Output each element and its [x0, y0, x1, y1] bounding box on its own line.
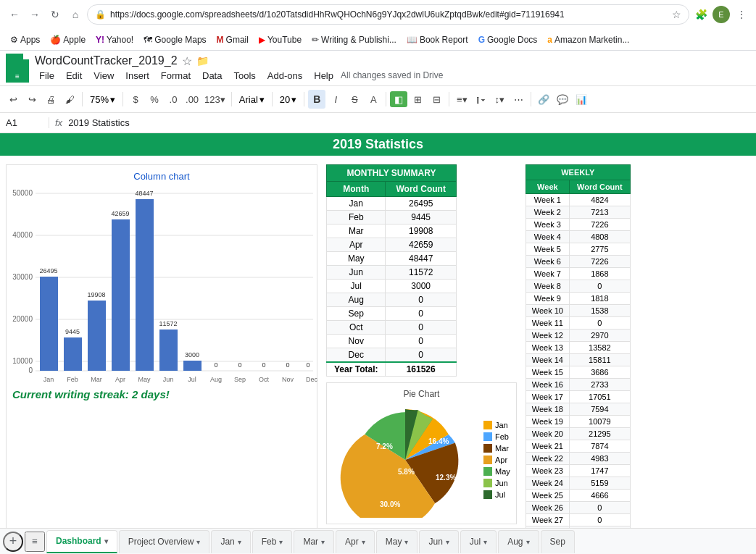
menu-format[interactable]: Format [157, 69, 195, 83]
menu-file[interactable]: File [35, 69, 59, 83]
bookmark-gmail[interactable]: M Gmail [212, 33, 253, 47]
italic-button[interactable]: I [327, 90, 344, 109]
menu-insert[interactable]: Insert [121, 69, 154, 83]
bookmark-amazon[interactable]: a Amazon Marketin... [543, 33, 634, 47]
sheet-tabs-bar: + ≡ Dashboard ▾ Project Overview ▾ Jan ▾… [0, 528, 756, 554]
bold-button[interactable]: B [308, 90, 325, 109]
svg-rect-24 [183, 361, 202, 371]
svg-text:19908: 19908 [87, 291, 105, 298]
zoom-select[interactable]: 75% ▾ [86, 90, 119, 109]
star-file-icon[interactable]: ☆ [182, 54, 192, 68]
svg-text:Apr: Apr [115, 376, 125, 383]
svg-text:40000: 40000 [12, 231, 33, 239]
bookmark-writing[interactable]: ✏ Writing & Publishi... [307, 33, 401, 47]
bookmark-apple[interactable]: 🍎 Apple [46, 33, 90, 47]
font-size-select[interactable]: 20 ▾ [276, 90, 300, 109]
tab-mar[interactable]: Mar ▾ [294, 530, 334, 553]
writing-icon: ✏ [312, 35, 319, 45]
back-button[interactable]: ← [6, 6, 23, 23]
menu-data[interactable]: Data [198, 69, 226, 83]
home-button[interactable]: ⌂ [67, 6, 84, 23]
cell-reference[interactable]: A1 [6, 117, 49, 128]
sheet-menu-button[interactable]: ≡ [25, 532, 45, 552]
svg-text:Oct: Oct [259, 376, 270, 383]
weekly-row: Week 4 4808 [526, 231, 630, 243]
borders-button[interactable]: ⊞ [409, 90, 426, 109]
svg-text:11572: 11572 [159, 320, 177, 327]
bookmark-bookreport[interactable]: 📖 Book Report [402, 33, 473, 47]
toolbar-separator-3 [231, 92, 232, 106]
year-total-value: 161526 [386, 362, 456, 377]
paint-format-button[interactable]: 🖌 [61, 90, 78, 109]
bookmark-apps[interactable]: ⚙ Apps [6, 33, 44, 47]
print-button[interactable]: 🖨 [42, 90, 59, 109]
weekly-row: Week 22 4983 [526, 453, 630, 465]
address-bar[interactable]: 🔒 https://docs.google.com/spreadsheets/d… [87, 4, 689, 25]
monthly-row: Jul 3000 [327, 280, 457, 293]
weekly-row: Week 16 2733 [526, 379, 630, 391]
svg-text:30.0%: 30.0% [380, 500, 400, 508]
filename: WordCountTracker_2019_2 [35, 54, 178, 67]
profile-button[interactable]: E [713, 6, 730, 23]
redo-button[interactable]: ↪ [23, 90, 41, 109]
svg-text:Aug: Aug [210, 376, 222, 383]
font-select[interactable]: Arial ▾ [236, 90, 268, 109]
svg-text:5.8%: 5.8% [398, 468, 415, 476]
font-color-button[interactable]: A [365, 90, 382, 109]
align-horizontal-button[interactable]: ≡▾ [453, 90, 470, 109]
decimal-increase-button[interactable]: .00 [183, 90, 201, 109]
align-vertical-button[interactable]: ⫿▾ [472, 90, 489, 109]
tab-sep[interactable]: Sep [541, 530, 575, 553]
tab-aug[interactable]: Aug ▾ [498, 530, 539, 553]
tab-project-overview[interactable]: Project Overview ▾ [119, 530, 210, 553]
svg-text:48447: 48447 [135, 190, 153, 197]
monthly-summary-container: MONTHLY SUMMARY Month Word Count Jan 264… [326, 164, 517, 377]
add-sheet-button[interactable]: + [3, 532, 23, 552]
menu-addons[interactable]: Add-ons [263, 69, 307, 83]
tab-feb[interactable]: Feb ▾ [252, 530, 293, 553]
currency-button[interactable]: $ [127, 90, 144, 109]
tab-jan[interactable]: Jan ▾ [211, 530, 250, 553]
lock-icon: 🔒 [95, 9, 106, 20]
menu-button[interactable]: ⋮ [733, 6, 750, 23]
weekly-row: Week 12 2970 [526, 330, 630, 342]
menu-view[interactable]: View [89, 69, 118, 83]
chart-button[interactable]: 📊 [573, 90, 590, 109]
monthly-row: Aug 0 [327, 293, 457, 307]
fill-color-button[interactable]: ◧ [390, 91, 407, 107]
undo-button[interactable]: ↩ [4, 90, 22, 109]
tab-apr[interactable]: Apr ▾ [336, 530, 375, 553]
decimal-decrease-button[interactable]: .0 [165, 90, 182, 109]
extensions-button[interactable]: 🧩 [692, 6, 710, 23]
text-rotate-button[interactable]: ↕▾ [491, 90, 508, 109]
toolbar-separator-1 [82, 92, 83, 106]
size-chevron-icon: ▾ [291, 94, 296, 105]
forward-button[interactable]: → [26, 6, 43, 23]
tab-dashboard[interactable]: Dashboard ▾ [46, 530, 117, 553]
format-123-button[interactable]: 123▾ [202, 90, 228, 109]
sheets-logo[interactable]: ≡ [6, 54, 29, 83]
tab-may[interactable]: May ▾ [376, 530, 418, 553]
bookmark-maps[interactable]: 🗺 Google Maps [139, 33, 210, 47]
formula-content: 2019 Statistics [68, 117, 130, 128]
menu-tools[interactable]: Tools [229, 69, 259, 83]
tab-jul[interactable]: Jul ▾ [460, 530, 497, 553]
menu-edit[interactable]: Edit [62, 69, 86, 83]
link-button[interactable]: 🔗 [535, 90, 552, 109]
weekly-row: Week 23 1747 [526, 465, 630, 477]
tab-jun[interactable]: Jun ▾ [419, 530, 458, 553]
refresh-button[interactable]: ↻ [46, 6, 64, 23]
more-formats-button[interactable]: ⋯ [510, 90, 527, 109]
bookmark-star-icon[interactable]: ☆ [672, 9, 681, 20]
merge-button[interactable]: ⊟ [428, 90, 445, 109]
strikethrough-button[interactable]: S [346, 90, 363, 109]
menu-help[interactable]: Help [310, 69, 338, 83]
bookmark-youtube[interactable]: ▶ YouTube [254, 33, 306, 47]
bookmark-yahoo[interactable]: Y! Yahoo! [91, 33, 138, 47]
pie-legend: Jan Feb Mar Apr [483, 421, 510, 499]
comment-button[interactable]: 💬 [554, 90, 571, 109]
weekly-row: Week 19 10079 [526, 416, 630, 428]
percent-button[interactable]: % [146, 90, 163, 109]
bookmark-googledocs[interactable]: G Google Docs [474, 33, 542, 47]
folder-icon[interactable]: 📁 [196, 55, 209, 67]
